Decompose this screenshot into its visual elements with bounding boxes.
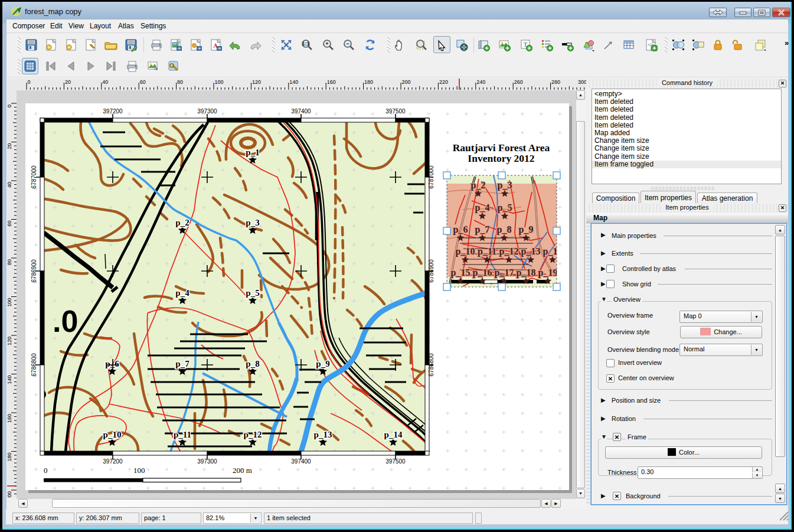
svg-text:p_19: p_19 xyxy=(538,267,558,278)
svg-text:240: 240 xyxy=(476,79,485,85)
svg-text:20: 20 xyxy=(65,79,71,85)
svg-text:p_13: p_13 xyxy=(314,430,332,439)
svg-text:p_18: p_18 xyxy=(517,267,536,278)
svg-text:80: 80 xyxy=(177,79,183,85)
svg-text:p_15: p_15 xyxy=(451,267,470,278)
svg-text:p_12: p_12 xyxy=(244,430,262,439)
svg-text:160: 160 xyxy=(327,79,336,85)
svg-text:p_11: p_11 xyxy=(478,246,496,257)
svg-text:p_1: p_1 xyxy=(246,148,259,157)
svg-text:100: 100 xyxy=(215,79,224,85)
svg-text:p_10: p_10 xyxy=(456,246,475,257)
svg-text:120: 120 xyxy=(252,79,261,85)
svg-text:p_2: p_2 xyxy=(175,218,189,227)
svg-text:p_16: p_16 xyxy=(473,267,492,278)
svg-text:200: 200 xyxy=(402,79,411,85)
svg-text:p_5: p_5 xyxy=(498,203,512,213)
svg-text:−: − xyxy=(346,41,349,47)
svg-text:p_8: p_8 xyxy=(246,359,259,368)
svg-text:280: 280 xyxy=(551,79,560,85)
svg-text:60: 60 xyxy=(140,79,146,85)
svg-text:200: 200 xyxy=(7,491,12,498)
svg-text:p_10: p_10 xyxy=(103,430,122,439)
svg-text:p_3: p_3 xyxy=(498,180,512,191)
svg-text:40: 40 xyxy=(7,182,12,188)
svg-text:p_6: p_6 xyxy=(453,224,468,235)
svg-text:397400: 397400 xyxy=(291,458,311,465)
svg-text:p_4: p_4 xyxy=(175,288,189,298)
svg-text:6786900: 6786900 xyxy=(31,259,37,282)
svg-text:p_3: p_3 xyxy=(246,218,259,227)
svg-text:p_7: p_7 xyxy=(475,224,490,235)
svg-text:1:1: 1:1 xyxy=(302,41,309,47)
svg-text:p_7: p_7 xyxy=(175,359,189,368)
svg-text:p_5: p_5 xyxy=(246,288,259,298)
svg-text:20: 20 xyxy=(7,143,12,149)
svg-text:6786900: 6786900 xyxy=(428,259,434,282)
svg-text:100: 100 xyxy=(133,466,145,475)
svg-text:140: 140 xyxy=(289,79,298,85)
svg-text:300: 300 xyxy=(578,79,587,85)
svg-text:p_14: p_14 xyxy=(384,430,403,439)
svg-text:397500: 397500 xyxy=(385,458,406,465)
svg-text:6787000: 6787000 xyxy=(31,165,37,188)
svg-text:60: 60 xyxy=(7,221,12,227)
svg-text:p_9: p_9 xyxy=(519,224,534,235)
svg-text:Rautjarvi Forest Area: Rautjarvi Forest Area xyxy=(453,142,550,154)
svg-text:0: 0 xyxy=(28,79,31,85)
svg-text:120: 120 xyxy=(7,337,12,345)
svg-text:6787000: 6787000 xyxy=(428,165,434,188)
svg-text:180: 180 xyxy=(7,453,12,462)
svg-text:200 m: 200 m xyxy=(233,466,252,475)
svg-text:p_13: p_13 xyxy=(521,246,541,257)
svg-text:180: 180 xyxy=(364,79,373,85)
svg-text:40: 40 xyxy=(102,79,108,85)
svg-text:p_11: p_11 xyxy=(174,430,191,439)
svg-text:6786800: 6786800 xyxy=(428,353,434,376)
svg-text:397200: 397200 xyxy=(103,458,123,465)
svg-text:.0: .0 xyxy=(53,304,78,338)
svg-text:6786800: 6786800 xyxy=(31,353,37,376)
svg-text:p_8: p_8 xyxy=(497,224,512,235)
svg-text:+: + xyxy=(325,41,328,47)
svg-text:p_4: p_4 xyxy=(475,203,490,213)
svg-text:140: 140 xyxy=(7,376,12,384)
svg-text:397300: 397300 xyxy=(197,458,217,465)
svg-text:397400: 397400 xyxy=(291,108,311,115)
svg-text:397200: 397200 xyxy=(103,108,123,115)
svg-text:p_9: p_9 xyxy=(316,359,329,368)
svg-text:p_2: p_2 xyxy=(471,180,486,191)
svg-text:160: 160 xyxy=(7,414,12,423)
svg-text:220: 220 xyxy=(439,79,448,85)
svg-text:397300: 397300 xyxy=(197,108,217,115)
svg-text:260: 260 xyxy=(514,79,523,85)
svg-text:Inventory 2012: Inventory 2012 xyxy=(468,152,534,164)
svg-text:397500: 397500 xyxy=(385,108,406,115)
svg-text:p_12: p_12 xyxy=(499,246,519,257)
svg-text:100: 100 xyxy=(7,298,12,307)
svg-text:p_17: p_17 xyxy=(495,267,514,278)
svg-text:80: 80 xyxy=(7,259,12,265)
svg-text:0: 0 xyxy=(44,466,48,475)
svg-text:0: 0 xyxy=(7,105,12,107)
